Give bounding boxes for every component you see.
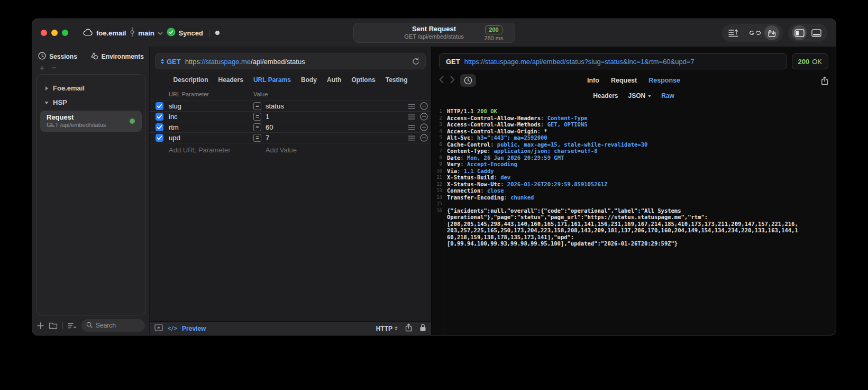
request-tab-auth[interactable]: Auth — [327, 76, 341, 84]
app-window: foe.email main Synced Sent Request GET /… — [32, 19, 836, 335]
add-param-value-field[interactable]: Add Value — [253, 146, 431, 154]
request-tab-testing[interactable]: Testing — [386, 76, 408, 84]
code-line: 9Vary: Accept-Encoding — [432, 161, 836, 168]
param-enabled-checkbox[interactable] — [156, 134, 163, 142]
remove-param-icon[interactable] — [420, 102, 428, 110]
request-tab-headers[interactable]: Headers — [218, 76, 243, 84]
remove-session-button[interactable]: − — [52, 63, 57, 72]
remove-param-icon[interactable] — [420, 123, 428, 131]
sidebar-search — [81, 319, 145, 332]
tree-item-foe-email[interactable]: Foe.email — [40, 81, 142, 95]
traffic-lights — [41, 30, 68, 36]
code-line: 16{"incidents":null,"overall":{"code":"o… — [432, 207, 836, 214]
response-subtab-raw[interactable]: Raw — [661, 92, 674, 99]
param-row-upd: upd=7 — [150, 133, 431, 143]
method-stepper-icon[interactable] — [161, 59, 164, 64]
drag-handle-icon[interactable] — [408, 104, 415, 109]
request-tab-options[interactable]: Options — [351, 76, 375, 84]
param-enabled-checkbox[interactable] — [156, 102, 163, 110]
request-tab-description[interactable]: Description — [173, 76, 208, 84]
new-folder-icon[interactable] — [49, 322, 58, 329]
code-preview-icon: </> — [168, 325, 177, 331]
sync-status[interactable]: Synced — [167, 28, 203, 38]
divider — [744, 29, 744, 37]
export-response-icon[interactable] — [821, 76, 828, 85]
code-line: Operational"},"page":"status","page_url"… — [432, 214, 836, 221]
share-icon[interactable] — [405, 323, 412, 333]
sync-label: Synced — [179, 29, 203, 37]
zoom-window-button[interactable] — [62, 30, 68, 36]
response-url-box[interactable]: GET https://statuspage.me/api/embed/stat… — [439, 53, 787, 69]
response-subtab-json[interactable]: JSON — [628, 92, 652, 99]
code-line: 4Access-Control-Allow-Origin: * — [432, 128, 836, 135]
request-tab-url-params[interactable]: URL Params — [253, 76, 291, 84]
chevron-right-icon — [44, 86, 49, 90]
import-request-icon[interactable] — [764, 25, 779, 40]
drag-handle-icon[interactable] — [408, 114, 415, 120]
back-arrow-icon[interactable] — [439, 76, 444, 86]
search-icon — [86, 321, 93, 330]
param-name[interactable]: inc — [169, 113, 253, 121]
response-nav: InfoRequestResponse — [432, 69, 836, 87]
add-session-button[interactable]: + — [40, 63, 44, 72]
param-name[interactable]: rtm — [169, 123, 253, 131]
updown-stepper-icon — [395, 326, 398, 330]
close-window-button[interactable] — [41, 30, 47, 36]
tree-item-hsp[interactable]: HSP — [40, 95, 142, 110]
sync-loop-icon[interactable] — [747, 25, 762, 40]
request-panel: GET https://statuspage.me/api/embed/stat… — [149, 47, 432, 335]
branch-selector[interactable]: main — [130, 28, 162, 38]
drag-handle-icon[interactable] — [408, 135, 415, 141]
drag-handle-icon[interactable] — [408, 125, 415, 130]
toggle-sidebar-icon[interactable] — [792, 25, 807, 40]
param-value[interactable]: 60 — [266, 123, 273, 131]
project-selector[interactable]: foe.email — [83, 29, 126, 38]
code-line: 2Access-Control-Allow-Headers: Content-T… — [432, 115, 836, 122]
search-input[interactable] — [96, 322, 140, 329]
minimize-window-button[interactable] — [51, 30, 58, 36]
toolbar-group-request — [722, 24, 783, 42]
param-name[interactable]: upd — [169, 134, 253, 142]
param-name[interactable]: slug — [169, 102, 253, 110]
sent-request-card[interactable]: Sent Request GET /api/embed/status 200 2… — [353, 23, 515, 43]
url-path: /api/embed/status — [251, 58, 305, 66]
branch-icon — [130, 28, 135, 38]
divider — [62, 322, 63, 329]
remove-param-icon[interactable] — [420, 134, 428, 142]
chevron-down-icon — [44, 101, 49, 105]
param-enabled-checkbox[interactable] — [156, 113, 163, 121]
toolbar-group-layout — [788, 24, 827, 42]
response-tab-request[interactable]: Request — [611, 77, 637, 84]
response-subtab-headers[interactable]: Headers — [593, 92, 618, 99]
add-param-name-field[interactable]: Add URL Parameter — [169, 146, 253, 154]
request-list-icon[interactable] — [726, 25, 741, 40]
remove-param-icon[interactable] — [420, 113, 428, 121]
expand-panel-icon[interactable] — [154, 324, 163, 333]
param-enabled-checkbox[interactable] — [156, 123, 163, 131]
sort-options-icon[interactable] — [68, 322, 77, 329]
tab-sessions[interactable]: Sessions — [38, 52, 77, 61]
response-tab-response[interactable]: Response — [648, 77, 680, 84]
request-tab-body[interactable]: Body — [301, 76, 317, 84]
toggle-bottom-panel-icon[interactable] — [809, 25, 824, 40]
param-value[interactable]: status — [266, 102, 284, 110]
param-value[interactable]: 7 — [266, 134, 269, 142]
add-request-icon[interactable] — [37, 322, 44, 329]
lock-icon[interactable] — [419, 323, 426, 333]
params-table: slug=statusinc=1rtm=60upd=7 — [150, 101, 431, 143]
code-line: [208,205,145,298,443,140,160,165,171,161… — [432, 221, 836, 228]
protocol-selector[interactable]: HTTP — [376, 325, 398, 332]
request-method[interactable]: GET — [167, 58, 181, 66]
response-tab-info[interactable]: Info — [587, 77, 599, 84]
equals-operator-icon: = — [253, 134, 261, 142]
response-body[interactable]: 1HTTP/1.1 200 OK2Access-Control-Allow-He… — [432, 104, 836, 335]
preview-button[interactable]: Preview — [182, 325, 206, 332]
response-status-code: 200 — [798, 58, 810, 66]
request-list-item-selected[interactable]: Request GET /api/embed/status — [40, 111, 142, 132]
request-url-bar[interactable]: GET https://statuspage.me/api/embed/stat… — [155, 53, 426, 69]
forward-arrow-icon[interactable] — [450, 76, 455, 86]
history-clock-icon[interactable] — [460, 74, 476, 87]
tab-environments[interactable]: Environments — [90, 52, 144, 61]
param-value[interactable]: 1 — [266, 113, 269, 121]
refresh-icon[interactable] — [412, 57, 420, 66]
